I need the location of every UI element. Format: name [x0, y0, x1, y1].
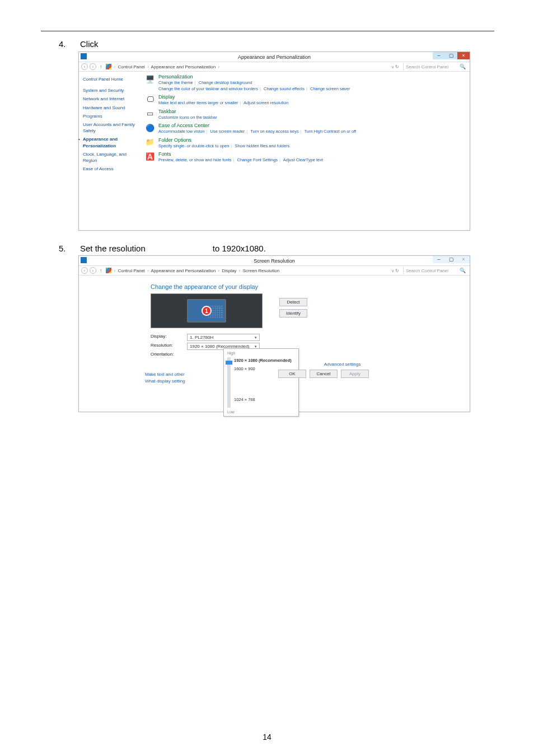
sidebar-item-system[interactable]: System and Security	[82, 86, 142, 95]
dialog-buttons: OK Cancel Apply	[278, 370, 369, 378]
breadcrumb-seg[interactable]: Screen Resolution	[243, 268, 279, 273]
link[interactable]: Adjust screen resolution	[243, 100, 288, 105]
res-option-1[interactable]: 1920 × 1080 (Recommended)	[234, 358, 292, 363]
step-4-text: Click	[80, 39, 99, 49]
link[interactable]: Show hidden files and folders	[235, 143, 289, 148]
close-button[interactable]: ×	[457, 256, 470, 263]
folder-icon: 📁	[145, 137, 155, 147]
back-button[interactable]: ‹	[81, 63, 88, 70]
res-option-3[interactable]: 1024 × 768	[234, 397, 292, 402]
display-row: Display: 1. PL2780H ▾	[151, 334, 464, 341]
link[interactable]: Accommodate low vision	[158, 129, 205, 134]
apply-button[interactable]: Apply	[341, 370, 369, 378]
cat-personalization: 🖥️ Personalization Change the theme| Cha…	[145, 74, 465, 92]
search-icon[interactable]: 🔍	[460, 268, 467, 273]
cat-title[interactable]: Folder Options	[158, 137, 289, 143]
identify-button[interactable]: Identify	[279, 309, 307, 318]
breadcrumb-seg[interactable]: Display	[222, 268, 236, 273]
breadcrumb-seg[interactable]: Control Panel	[118, 64, 144, 69]
sidebar-item-ease[interactable]: Ease of Access	[82, 165, 142, 173]
minimize-button[interactable]: –	[433, 256, 445, 263]
breadcrumb[interactable]: › Control Panel › Appearance and Persona…	[113, 268, 388, 273]
refresh-button[interactable]: v ↻	[390, 268, 401, 273]
link[interactable]: Preview, delete, or show and hide fonts	[158, 157, 232, 162]
display-label: Display:	[151, 334, 187, 341]
sidebar-item-hardware[interactable]: Hardware and Sound	[82, 104, 142, 112]
link[interactable]: Turn High Contrast on or off	[305, 129, 357, 134]
resolution-row: Resolution: 1920 × 1080 (Recommended) ▾	[151, 343, 464, 350]
link[interactable]: Specify single- or double-click to open	[158, 143, 229, 148]
sidebar-item-network[interactable]: Network and Internet	[82, 95, 142, 103]
link[interactable]: Make text and other items larger or smal…	[158, 100, 238, 105]
address-bar: ‹ › ↑ › Control Panel › Appearance and P…	[79, 62, 470, 72]
panel-heading: Change the appearance of your display	[151, 283, 464, 290]
link[interactable]: Turn on easy access keys	[250, 129, 298, 134]
search-box[interactable]: Search Control Panel 🔍	[403, 267, 467, 274]
ok-button[interactable]: OK	[278, 370, 306, 378]
cat-title[interactable]: Personalization	[158, 74, 350, 80]
sidebar-item-home[interactable]: Control Panel Home	[82, 75, 142, 83]
link[interactable]: Change desktop background	[199, 80, 252, 85]
search-icon[interactable]: 🔍	[460, 64, 467, 69]
display-icon: 🖵	[145, 94, 155, 104]
maximize-button[interactable]: ▢	[445, 256, 457, 263]
monitor-icon[interactable]: 1	[187, 299, 226, 323]
breadcrumb-seg[interactable]: Appearance and Personalization	[151, 64, 216, 69]
search-box[interactable]: Search Control Panel 🔍	[403, 63, 467, 71]
sidebar-item-appearance[interactable]: Appearance and Personalization	[82, 135, 142, 150]
advanced-settings-link[interactable]: Advanced settings	[324, 362, 360, 367]
text-size-link[interactable]: Make text and other	[145, 372, 185, 377]
minimize-button[interactable]: –	[433, 52, 445, 59]
cat-title[interactable]: Fonts	[158, 151, 323, 157]
resolution-slider[interactable]	[227, 357, 231, 408]
display-setting-link[interactable]: What display setting	[145, 379, 185, 384]
fonts-icon: 🅰️	[145, 151, 155, 161]
popup-high-label: High	[227, 351, 295, 355]
link[interactable]: Change the color of your taskbar and win…	[158, 86, 258, 91]
up-button[interactable]: ↑	[98, 64, 104, 69]
sidebar-item-accounts[interactable]: User Accounts and Family Safety	[82, 120, 142, 135]
window-buttons: – ▢ ×	[433, 52, 470, 60]
back-button[interactable]: ‹	[81, 267, 88, 274]
sidebar-item-programs[interactable]: Programs	[82, 112, 142, 120]
maximize-button[interactable]: ▢	[445, 52, 457, 59]
detect-button[interactable]: Detect	[279, 298, 307, 306]
forward-button[interactable]: ›	[90, 267, 96, 274]
refresh-button[interactable]: v ↻	[390, 64, 401, 69]
cat-title[interactable]: Taskbar	[158, 109, 217, 114]
link[interactable]: Change sound effects	[264, 86, 305, 91]
cat-title[interactable]: Ease of Access Center	[158, 123, 356, 128]
link[interactable]: Change the theme	[158, 80, 193, 85]
slider-thumb[interactable]	[226, 361, 232, 365]
display-dropdown[interactable]: 1. PL2780H ▾	[187, 334, 260, 341]
up-button[interactable]: ↑	[98, 268, 104, 273]
link[interactable]: Change Font Settings	[237, 157, 278, 162]
chevron-down-icon: ▾	[255, 335, 257, 340]
orientation-label: Orientation:	[151, 352, 187, 357]
step-5-text-b: to 1920x1080.	[213, 244, 266, 253]
resolution-popup: High 1920 × 1080 (Recommended) 1600 × 90…	[223, 348, 299, 417]
resolution-panel: Change the appearance of your display 1 …	[145, 276, 470, 412]
cat-title[interactable]: Display	[158, 94, 288, 100]
window-icon	[81, 257, 87, 263]
breadcrumb[interactable]: › Control Panel › Appearance and Persona…	[113, 64, 388, 69]
cancel-button[interactable]: Cancel	[310, 370, 338, 378]
cat-fonts: 🅰️ Fonts Preview, delete, or show and hi…	[145, 151, 465, 164]
search-placeholder: Search Control Panel	[406, 268, 448, 273]
forward-button[interactable]: ›	[90, 63, 96, 70]
link[interactable]: Customize icons on the taskbar	[158, 115, 217, 120]
ease-icon: 🔵	[145, 123, 155, 133]
page-number: 14	[0, 732, 534, 741]
breadcrumb-seg[interactable]: Appearance and Personalization	[151, 268, 216, 273]
close-button[interactable]: ×	[457, 52, 470, 59]
titlebar: Appearance and Personalization – ▢ ×	[79, 52, 470, 62]
window-title: Appearance and Personalization	[238, 54, 311, 60]
appearance-window: Appearance and Personalization – ▢ × ‹ ›…	[78, 52, 470, 231]
cat-display: 🖵 Display Make text and other items larg…	[145, 94, 465, 106]
breadcrumb-seg[interactable]: Control Panel	[118, 268, 144, 273]
link[interactable]: Adjust ClearType text	[283, 157, 323, 162]
link[interactable]: Use screen reader	[210, 129, 245, 134]
window-buttons: – ▢ ×	[433, 256, 470, 264]
sidebar-item-clock[interactable]: Clock, Language, and Region	[82, 150, 142, 165]
link[interactable]: Change screen saver	[310, 86, 350, 91]
